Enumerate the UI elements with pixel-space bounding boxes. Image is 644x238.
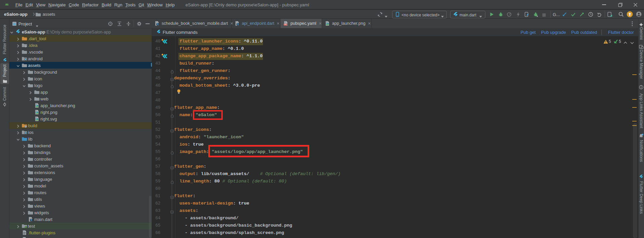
svg-text:YML: YML	[284, 24, 287, 25]
